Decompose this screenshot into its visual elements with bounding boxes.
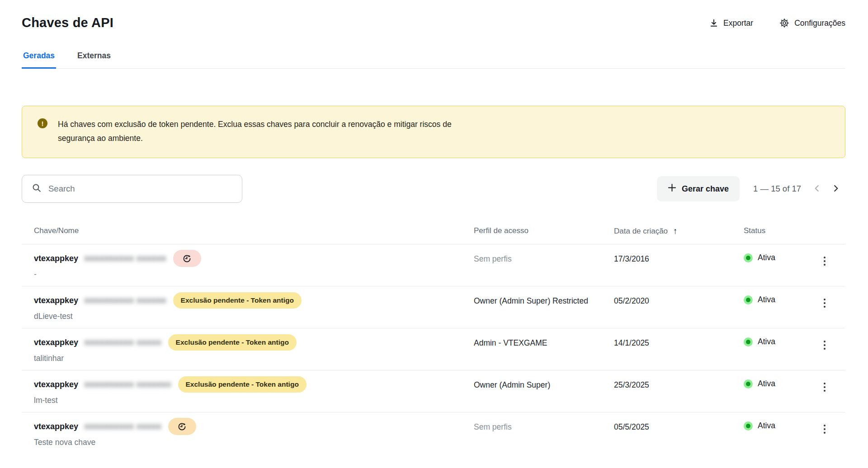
table-header: Chave/Nome Perfil de acesso Data de cria…: [22, 226, 845, 244]
key-name: lm-test: [34, 395, 474, 406]
tab-externas[interactable]: Externas: [76, 51, 112, 69]
profile-cell: Sem perfis: [474, 250, 614, 265]
alert-icon: !: [38, 118, 47, 128]
table-row: vtexappkey xxxxxxxxxx xxxxx Teste nova c…: [22, 412, 845, 454]
settings-button[interactable]: Configurações: [779, 18, 845, 28]
deletion-pending-badge: Exclusão pendente - Token antigo: [168, 334, 297, 351]
download-icon: [709, 19, 718, 28]
profile-cell: Owner (Admin Super) Restricted: [474, 292, 614, 307]
warning-banner-text: Há chaves com exclusão de token pendente…: [58, 117, 465, 145]
search-box[interactable]: [22, 175, 242, 203]
status-cell: Ativa: [744, 418, 816, 431]
created-cell: 05/5/2025: [614, 418, 744, 433]
table-row: vtexappkey xxxxxxxxxx xxxxxx - Sem perfi…: [22, 244, 845, 286]
row-actions-cell: [816, 250, 845, 270]
key-prefix: vtexappkey: [34, 254, 78, 263]
sort-ascending-icon: ↑: [673, 226, 678, 236]
key-cell: vtexappkey xxxxxxxxxx xxxxxxx Exclusão p…: [22, 376, 474, 406]
chevron-right-icon: [831, 183, 841, 195]
table-row: vtexappkey xxxxxxxxxx xxxxx Exclusão pen…: [22, 328, 845, 370]
pagination-label: 1 — 15 of 17: [753, 184, 801, 194]
deletion-pending-badge: Exclusão pendente - Token antigo: [173, 292, 302, 309]
page-header: Chaves de API Exportar Configurações: [22, 15, 845, 30]
row-menu-button[interactable]: [816, 337, 833, 354]
export-label: Exportar: [723, 19, 753, 28]
status-active-dot: [744, 253, 753, 262]
warning-banner: ! Há chaves com exclusão de token penden…: [22, 106, 845, 158]
row-actions-cell: [816, 334, 845, 354]
key-name: dLieve-test: [34, 311, 474, 322]
masked-key-value: xxxxxxxxxx xxxxx: [85, 338, 162, 347]
tab-geradas[interactable]: Geradas: [22, 51, 56, 69]
search-icon: [32, 183, 42, 195]
status-label: Ativa: [758, 337, 775, 346]
key-name: -: [34, 269, 474, 280]
settings-label: Configurações: [794, 19, 845, 28]
key-name: talitinhar: [34, 353, 474, 364]
tab-bar: Geradas Externas: [22, 51, 845, 69]
key-prefix: vtexappkey: [34, 380, 78, 389]
key-cell: vtexappkey xxxxxxxxxx xxxxxx -: [22, 250, 474, 280]
key-prefix: vtexappkey: [34, 338, 78, 347]
history-icon: [177, 422, 187, 431]
key-cell: vtexappkey xxxxxxxxxx xxxxx Teste nova c…: [22, 418, 474, 448]
created-cell: 17/3/2016: [614, 250, 744, 265]
column-header-key: Chave/Nome: [22, 226, 474, 235]
table-row: vtexappkey xxxxxxxxxx xxxxxxx Exclusão p…: [22, 370, 845, 412]
export-button[interactable]: Exportar: [709, 19, 753, 28]
chevron-left-icon: [812, 183, 822, 195]
created-cell: 25/3/2025: [614, 376, 744, 391]
renewal-pending-badge: [168, 418, 196, 435]
column-header-created[interactable]: Data de criação ↑: [614, 226, 744, 236]
created-cell: 05/2/2020: [614, 292, 744, 307]
masked-key-value: xxxxxxxxxx xxxxxxx: [85, 380, 171, 389]
row-actions-cell: [816, 376, 845, 396]
status-label: Ativa: [758, 421, 775, 431]
pagination-prev-button[interactable]: [807, 179, 826, 198]
table-controls: Gerar chave 1 — 15 of 17: [22, 175, 845, 203]
pagination-controls: Gerar chave 1 — 15 of 17: [657, 176, 845, 201]
status-label: Ativa: [758, 295, 775, 304]
key-cell: vtexappkey xxxxxxxxxx xxxxxx Exclusão pe…: [22, 292, 474, 322]
status-active-dot: [744, 337, 753, 346]
masked-key-value: xxxxxxxxxx xxxxxx: [85, 254, 167, 263]
page-title: Chaves de API: [22, 15, 113, 30]
key-prefix: vtexappkey: [34, 422, 78, 431]
key-prefix: vtexappkey: [34, 296, 78, 305]
pagination-next-button[interactable]: [826, 179, 845, 198]
column-header-status: Status: [744, 226, 816, 235]
status-cell: Ativa: [744, 334, 816, 346]
api-keys-page: Chaves de API Exportar Configurações: [0, 0, 868, 454]
key-name: Teste nova chave: [34, 437, 474, 448]
profile-cell: Owner (Admin Super): [474, 376, 614, 391]
generate-key-button[interactable]: Gerar chave: [657, 176, 740, 201]
status-active-dot: [744, 421, 753, 431]
masked-key-value: xxxxxxxxxx xxxxx: [85, 422, 162, 431]
status-active-dot: [744, 379, 753, 388]
gear-icon: [779, 18, 789, 28]
status-cell: Ativa: [744, 292, 816, 304]
generate-key-label: Gerar chave: [682, 184, 729, 194]
row-menu-button[interactable]: [816, 295, 833, 312]
column-header-profile: Perfil de acesso: [474, 226, 614, 235]
created-cell: 14/1/2025: [614, 334, 744, 349]
column-header-created-label: Data de criação: [614, 227, 668, 236]
deletion-pending-badge: Exclusão pendente - Token antigo: [178, 376, 307, 393]
status-label: Ativa: [758, 253, 775, 262]
masked-key-value: xxxxxxxxxx xxxxxx: [85, 296, 167, 305]
row-actions-cell: [816, 418, 845, 438]
renewal-pending-badge: [173, 250, 201, 267]
row-menu-button[interactable]: [816, 379, 833, 396]
plus-icon: [668, 183, 676, 194]
row-actions-cell: [816, 292, 845, 312]
status-cell: Ativa: [744, 250, 816, 262]
row-menu-button[interactable]: [816, 421, 833, 438]
header-actions: Exportar Configurações: [709, 18, 845, 28]
search-input[interactable]: [48, 184, 235, 194]
status-cell: Ativa: [744, 376, 816, 388]
row-menu-button[interactable]: [816, 253, 833, 270]
key-cell: vtexappkey xxxxxxxxxx xxxxx Exclusão pen…: [22, 334, 474, 364]
history-icon: [182, 254, 192, 263]
profile-cell: Sem perfis: [474, 418, 614, 433]
profile-cell: Admin - VTEXGAME: [474, 334, 614, 349]
